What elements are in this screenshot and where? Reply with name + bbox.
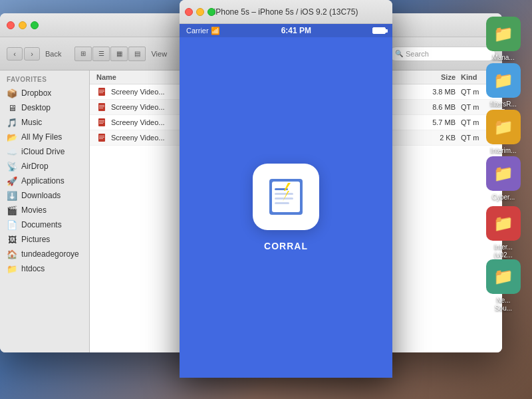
desktop-icon-4[interactable]: 📁 Inter...(v02...	[480, 206, 527, 259]
sidebar-item-label: Dropbox	[21, 88, 51, 98]
desktop-icon-label: Cyber...	[492, 194, 515, 201]
battery-icon	[372, 27, 386, 34]
sidebar-item-label: iCloud Drive	[21, 147, 65, 156]
sidebar-item-tundeadegoroye[interactable]: 🏠 tundeadegoroye	[0, 247, 89, 261]
desktop-icon-3[interactable]: 📁 Cyber...	[480, 156, 527, 201]
desktop-icon-5[interactable]: 📁 Ne...Sou...	[480, 259, 527, 313]
svg-rect-1	[99, 90, 104, 90]
sidebar-icon: 📦	[7, 88, 17, 98]
app-name-label: CORRAL	[264, 241, 308, 251]
sidebar-icon: 📂	[7, 132, 17, 142]
sidebar-item-airdrop[interactable]: 📡 AirDrop	[0, 159, 89, 174]
desktop-icon-2[interactable]: 📁 Interim...	[480, 110, 527, 155]
app-icon[interactable]	[253, 164, 319, 230]
file-size: 5.7 MB	[409, 118, 456, 126]
sidebar-item-label: All My Files	[21, 132, 62, 142]
svg-rect-6	[99, 106, 104, 107]
sidebar-item-label: Movies	[21, 205, 47, 215]
desktop-icon-label: Ne...Sou...	[495, 297, 512, 313]
svg-rect-14	[99, 137, 104, 138]
sidebar-item-documents[interactable]: 📄 Documents	[0, 217, 89, 232]
sidebar-icon: 🖼	[7, 234, 17, 245]
icon-view-button[interactable]: ⊞	[74, 47, 92, 61]
svg-rect-2	[99, 91, 104, 92]
list-view-button[interactable]: ☰	[92, 47, 110, 61]
iphone-close-button[interactable]	[185, 8, 193, 16]
sidebar-item-label: Music	[21, 118, 42, 127]
iphone-title-text: iPhone 5s – iPhone 5s / iOS 9.2 (13C75)	[214, 7, 358, 17]
svg-rect-10	[99, 122, 104, 122]
desktop-icon-image: 📁	[486, 206, 521, 241]
column-view-button[interactable]: ▦	[110, 47, 128, 61]
desktop-icon-0[interactable]: 📁 Mana...	[480, 17, 527, 62]
iphone-min-button[interactable]	[196, 8, 204, 16]
sidebar-item-music[interactable]: 🎵 Music	[0, 115, 89, 130]
file-icon	[96, 117, 107, 128]
desktop-icon-image: 📁	[486, 259, 521, 294]
file-size: 8.6 MB	[409, 103, 456, 111]
sidebar-item-htdocs[interactable]: 📁 htdocs	[0, 261, 89, 276]
svg-rect-9	[99, 120, 104, 121]
nav-buttons: ‹ ›	[7, 47, 40, 61]
sidebar-item-desktop[interactable]: 🖥 Desktop	[0, 100, 89, 115]
svg-rect-21	[275, 202, 289, 204]
search-placeholder: Search	[406, 50, 429, 58]
sidebar-icon: 🎵	[7, 117, 17, 128]
svg-rect-19	[275, 193, 293, 195]
sidebar-item-label: Pictures	[21, 235, 50, 244]
iphone-title-bar: iPhone 5s – iPhone 5s / iOS 9.2 (13C75)	[180, 0, 392, 24]
close-button[interactable]	[7, 21, 15, 29]
status-time: 6:41 PM	[281, 26, 311, 35]
svg-rect-17	[272, 182, 300, 212]
iphone-max-button[interactable]	[207, 8, 215, 16]
iphone-traffic-lights	[185, 8, 215, 16]
ios-status-bar: Carrier 📶 6:41 PM	[180, 24, 392, 37]
status-right	[372, 27, 386, 34]
svg-rect-15	[99, 138, 103, 139]
back-button[interactable]: ‹	[7, 47, 23, 61]
sidebar-item-dropbox[interactable]: 📦 Dropbox	[0, 86, 89, 100]
sidebar-item-movies[interactable]: 🎬 Movies	[0, 203, 89, 217]
desktop-icon-label: Interim...	[491, 147, 517, 155]
sidebar-icon: 🚀	[7, 176, 17, 186]
search-bar[interactable]: 🔍 Search	[389, 47, 495, 61]
view-label: View	[151, 50, 167, 58]
back-label: Back	[45, 50, 61, 58]
svg-rect-7	[99, 108, 103, 108]
svg-rect-13	[99, 136, 104, 136]
favorites-label: FAVORITES	[0, 70, 89, 86]
forward-button[interactable]: ›	[24, 47, 40, 61]
iphone-screen: Carrier 📶 6:41 PM	[180, 24, 392, 378]
desktop-icon-image: 📁	[486, 156, 521, 191]
sidebar-icon: 🎬	[7, 205, 17, 215]
file-icon	[96, 102, 107, 112]
desktop-icon-1[interactable]: 📁 filtersR...B	[480, 63, 527, 116]
view-buttons: ⊞ ☰ ▦ ▤	[74, 47, 146, 61]
maximize-button[interactable]	[31, 21, 39, 29]
sidebar-icon: 🏠	[7, 249, 17, 259]
sidebar-icon: 📄	[7, 219, 17, 230]
desktop-icon-label: Mana...	[492, 54, 514, 62]
cover-flow-button[interactable]: ▤	[128, 47, 146, 61]
desktop-icon-label: Inter...(v02...	[494, 243, 513, 259]
desktop-icon-image: 📁	[486, 63, 521, 98]
sidebar-item-downloads[interactable]: ⬇️ Downloads	[0, 188, 89, 203]
carrier-label: Carrier 📶	[186, 27, 220, 35]
minimize-button[interactable]	[19, 21, 27, 29]
sidebar-item-pictures[interactable]: 🖼 Pictures	[0, 232, 89, 247]
ios-app-content: CORRAL	[180, 37, 392, 378]
corral-icon-svg	[263, 174, 309, 220]
finder-sidebar: FAVORITES 📦 Dropbox 🖥 Desktop 🎵 Music 📂 …	[0, 70, 90, 352]
sidebar-item-all-my-files[interactable]: 📂 All My Files	[0, 130, 89, 144]
sidebar-item-label: tundeadegoroye	[21, 249, 79, 259]
desktop-icon-image: 📁	[486, 17, 521, 51]
file-size: 3.8 MB	[409, 88, 456, 96]
sidebar-item-label: htdocs	[21, 264, 45, 273]
search-icon: 🔍	[395, 50, 403, 57]
file-size: 2 KB	[409, 134, 456, 142]
svg-rect-5	[99, 105, 104, 106]
sidebar-item-icloud-drive[interactable]: ☁️ iCloud Drive	[0, 144, 89, 159]
sidebar-item-label: Downloads	[21, 191, 61, 200]
sidebar-item-applications[interactable]: 🚀 Applications	[0, 174, 89, 188]
desktop-icon-image: 📁	[486, 110, 521, 144]
